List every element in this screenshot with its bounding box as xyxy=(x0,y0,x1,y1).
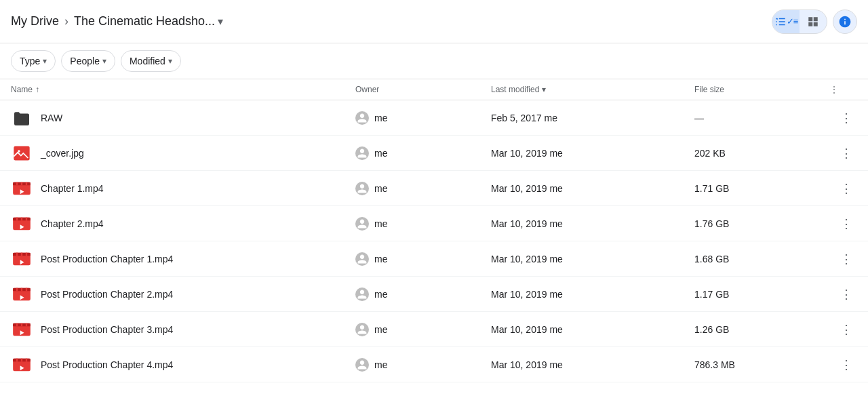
owner-cell: me xyxy=(355,252,491,266)
table-row[interactable]: Chapter 1.mp4 me Mar 10, 2019 me 1.71 GB… xyxy=(0,171,868,206)
table-row[interactable]: _cover.jpg me Mar 10, 2019 me 202 KB ⋮ xyxy=(0,136,868,171)
col-header-last-modified[interactable]: Last modified ▾ xyxy=(491,85,694,94)
avatar xyxy=(355,252,369,266)
file-name-cell: Chapter 1.mp4 xyxy=(11,178,355,199)
avatar xyxy=(355,146,369,160)
svg-rect-9 xyxy=(16,217,18,220)
col-header-file-size: File size xyxy=(694,85,830,94)
file-name-cell: Post Production Chapter 2.mp4 xyxy=(11,283,355,305)
owner-cell: me xyxy=(355,323,491,336)
breadcrumb-separator: › xyxy=(64,14,68,28)
more-options-button[interactable]: ⋮ xyxy=(835,319,857,340)
video-icon xyxy=(12,320,31,339)
svg-rect-29 xyxy=(16,358,18,361)
table-row[interactable]: Chapter 2.mp4 me Mar 10, 2019 me 1.76 GB… xyxy=(0,206,868,241)
more-options-button[interactable]: ⋮ xyxy=(835,142,857,164)
breadcrumb: My Drive › The Cinematic Headsho... ▾ xyxy=(11,14,223,28)
more-options-button[interactable]: ⋮ xyxy=(835,248,857,270)
file-name-text: Chapter 2.mp4 xyxy=(41,218,104,229)
modified-cell: Mar 10, 2019 me xyxy=(491,359,694,370)
list-view-button[interactable]: ✓≡ xyxy=(772,10,800,33)
more-options-button[interactable]: ⋮ xyxy=(835,213,857,235)
svg-rect-14 xyxy=(16,252,18,256)
file-name-cell: _cover.jpg xyxy=(11,142,355,164)
image-icon xyxy=(12,144,31,163)
owner-cell: me xyxy=(355,288,491,301)
size-cell: 202 KB xyxy=(694,148,830,159)
svg-rect-26 xyxy=(26,323,27,326)
col-header-actions: ⋮ xyxy=(830,85,857,94)
people-filter-arrow: ▾ xyxy=(102,56,106,66)
file-name-text: _cover.jpg xyxy=(41,148,84,159)
table-row[interactable]: Post Production Chapter 3.mp4 me Mar 10,… xyxy=(0,312,868,347)
info-button[interactable] xyxy=(833,9,857,34)
video-file-icon xyxy=(11,354,33,376)
modified-cell: Mar 10, 2019 me xyxy=(491,324,694,335)
more-cell: ⋮ xyxy=(830,213,857,235)
people-filter-button[interactable]: People ▾ xyxy=(61,50,115,72)
table-row[interactable]: Post Production Chapter 1.mp4 me Mar 10,… xyxy=(0,241,868,277)
avatar-icon xyxy=(357,183,368,194)
col-modified-label: Last modified xyxy=(491,85,539,94)
svg-rect-24 xyxy=(16,323,18,326)
file-name-cell: Post Production Chapter 3.mp4 xyxy=(11,319,355,340)
grid-view-button[interactable] xyxy=(800,10,827,33)
file-name-cell: Chapter 2.mp4 xyxy=(11,213,355,235)
svg-rect-6 xyxy=(26,182,27,185)
svg-rect-16 xyxy=(26,252,27,256)
size-cell: — xyxy=(694,113,830,123)
video-file-icon xyxy=(11,319,33,340)
col-owner-label: Owner xyxy=(355,85,379,94)
modified-cell: Feb 5, 2017 me xyxy=(491,113,694,123)
col-size-label: File size xyxy=(694,85,724,94)
video-icon xyxy=(12,214,31,233)
more-cell: ⋮ xyxy=(830,248,857,270)
col-actions-more-icon[interactable]: ⋮ xyxy=(830,85,838,94)
breadcrumb-dropdown-chevron[interactable]: ▾ xyxy=(218,15,223,28)
video-file-icon xyxy=(11,213,33,235)
list-view-icon-text: ✓≡ xyxy=(787,16,798,26)
owner-name: me xyxy=(374,148,387,159)
more-cell: ⋮ xyxy=(830,283,857,305)
modified-filter-arrow: ▾ xyxy=(168,56,172,66)
more-options-button[interactable]: ⋮ xyxy=(835,107,857,129)
table-row[interactable]: Post Production Chapter 4.mp4 me Mar 10,… xyxy=(0,347,868,382)
more-cell: ⋮ xyxy=(830,354,857,376)
header-actions: ✓≡ xyxy=(772,9,857,34)
more-options-button[interactable]: ⋮ xyxy=(835,354,857,376)
owner-cell: me xyxy=(355,146,491,160)
file-name-text: Post Production Chapter 4.mp4 xyxy=(41,359,173,370)
modified-filter-button[interactable]: Modified ▾ xyxy=(121,50,181,72)
col-header-owner: Owner xyxy=(355,85,491,94)
breadcrumb-root[interactable]: My Drive xyxy=(11,14,59,28)
file-name-cell: Post Production Chapter 4.mp4 xyxy=(11,354,355,376)
header: My Drive › The Cinematic Headsho... ▾ ✓≡ xyxy=(0,0,868,43)
owner-name: me xyxy=(374,324,387,335)
size-cell: 1.76 GB xyxy=(694,218,830,229)
svg-rect-5 xyxy=(21,182,22,185)
more-cell: ⋮ xyxy=(830,107,857,129)
owner-cell: me xyxy=(355,217,491,231)
avatar-icon xyxy=(357,324,368,335)
size-cell: 786.3 MB xyxy=(694,359,830,370)
image-file-icon xyxy=(11,142,33,164)
type-filter-label: Type xyxy=(20,56,40,66)
owner-cell: me xyxy=(355,111,491,125)
svg-rect-31 xyxy=(26,358,27,361)
more-options-button[interactable]: ⋮ xyxy=(835,178,857,199)
video-file-icon xyxy=(11,283,33,305)
size-cell: 1.26 GB xyxy=(694,324,830,335)
table-row[interactable]: Post Production Chapter 2.mp4 me Mar 10,… xyxy=(0,277,868,312)
file-name-text: Chapter 1.mp4 xyxy=(41,183,104,194)
table-row[interactable]: RAW me Feb 5, 2017 me — ⋮ xyxy=(0,100,868,136)
type-filter-arrow: ▾ xyxy=(43,56,47,66)
more-options-button[interactable]: ⋮ xyxy=(835,283,857,305)
modified-cell: Mar 10, 2019 me xyxy=(491,148,694,159)
sort-ascending-icon: ↑ xyxy=(35,85,39,94)
size-cell: 1.71 GB xyxy=(694,183,830,194)
avatar xyxy=(355,182,369,195)
type-filter-button[interactable]: Type ▾ xyxy=(11,50,56,72)
size-cell: 1.17 GB xyxy=(694,289,830,300)
svg-rect-19 xyxy=(16,288,18,291)
video-icon xyxy=(12,285,31,304)
